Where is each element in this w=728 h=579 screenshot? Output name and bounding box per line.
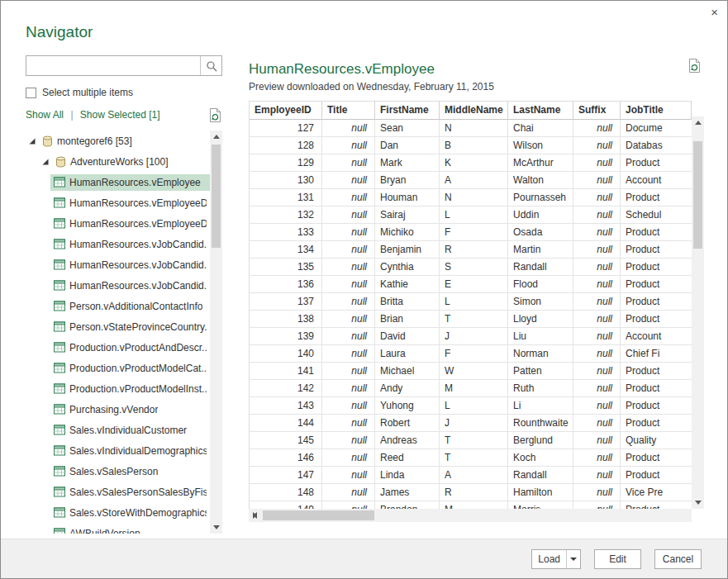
tree-item[interactable]: Sales.vStoreWithDemographics — [26, 502, 210, 523]
tree-item-label: montegoref6 [53] — [57, 135, 132, 147]
select-multiple-checkbox[interactable] — [26, 88, 36, 98]
table-cell: 142 — [250, 380, 322, 397]
table-cell: 128 — [250, 137, 322, 154]
table-cell: Andreas — [375, 432, 440, 449]
table-cell: null — [573, 293, 621, 311]
scroll-up-button[interactable] — [210, 131, 222, 143]
table-cell: 135 — [250, 259, 322, 276]
scroll-thumb[interactable] — [693, 141, 702, 249]
column-header: LastName — [508, 102, 573, 120]
table-cell: null — [322, 363, 375, 380]
scroll-thumb[interactable] — [212, 145, 221, 248]
table-header-row: EmployeeIDTitleFirstNameMiddleNameLastNa… — [250, 102, 692, 120]
tree-item[interactable]: HumanResources.vEmployeeD... — [26, 192, 210, 213]
table-cell: Docume — [621, 120, 692, 137]
tree-item[interactable]: Person.vStateProvinceCountry... — [26, 316, 210, 337]
table-row: 131nullHoumanNPournassehnullProduct — [250, 189, 692, 206]
preview-horizontal-scrollbar[interactable] — [249, 509, 692, 522]
tree-item-label: Production.vProductModelInst... — [69, 383, 207, 395]
table-cell: Product — [621, 276, 692, 293]
table-cell: M — [440, 380, 508, 397]
table-cell: null — [322, 206, 375, 224]
filter-links: Show All | Show Selected [1] — [26, 109, 222, 122]
table-cell: 129 — [250, 154, 322, 172]
table-cell: 130 — [250, 172, 322, 189]
show-selected-link[interactable]: Show Selected [1] — [80, 109, 160, 121]
table-cell: F — [440, 345, 508, 363]
cancel-button[interactable]: Cancel — [654, 549, 702, 569]
tree-item[interactable]: Production.vProductModelCat... — [26, 358, 210, 378]
select-multiple-label: Select multiple items — [42, 87, 133, 98]
table-cell: Cynthia — [375, 259, 440, 276]
tree-item[interactable]: HumanResources.vEmployeeD... — [26, 213, 210, 234]
column-header: FirstName — [375, 102, 440, 120]
expand-arrow-icon[interactable] — [29, 138, 39, 145]
table-cell: R — [440, 484, 508, 501]
tree-item[interactable]: Purchasing.vVendor — [26, 399, 210, 420]
table-cell: Britta — [375, 293, 440, 311]
tree-item[interactable]: AdventureWorks [100] — [26, 151, 210, 172]
database-icon — [55, 156, 66, 168]
view-icon — [54, 445, 65, 456]
table-cell: Walton — [508, 172, 573, 189]
tree-item[interactable]: Production.vProductModelInst... — [26, 378, 210, 399]
table-cell: null — [573, 189, 621, 206]
table-cell: Patten — [508, 363, 573, 380]
preview-vertical-scrollbar[interactable] — [692, 116, 704, 509]
arrow-up-icon — [213, 135, 220, 139]
tree-item[interactable]: Sales.vSalesPerson — [26, 461, 210, 482]
tree-item[interactable]: HumanResources.vJobCandid... — [26, 254, 210, 275]
table-cell: Account — [621, 328, 692, 345]
view-icon — [54, 301, 65, 311]
table-cell: L — [440, 397, 508, 415]
table-row: 134nullBenjaminRMartinnullProduct — [250, 241, 692, 259]
scroll-right-button[interactable] — [249, 509, 261, 522]
show-all-link[interactable]: Show All — [26, 109, 64, 121]
table-cell: 145 — [250, 432, 322, 449]
table-cell: Lloyd — [508, 311, 573, 328]
table-cell: E — [440, 276, 508, 293]
table-cell: M — [440, 501, 508, 509]
scroll-up-button[interactable] — [692, 116, 704, 129]
tree-item[interactable]: HumanResources.vEmployee — [26, 172, 210, 192]
table-cell: null — [322, 293, 375, 311]
database-icon — [42, 135, 53, 147]
search-input[interactable] — [26, 56, 196, 75]
table-cell: S — [440, 259, 508, 276]
table-cell: 143 — [250, 397, 322, 415]
table-row: 136nullKathieEFloodnullProduct — [250, 276, 692, 293]
table-cell: Product — [621, 311, 692, 328]
tree-item[interactable]: Sales.vIndividualCustomer — [26, 420, 210, 440]
search-icon[interactable] — [200, 56, 221, 75]
tree-item[interactable]: Production.vProductAndDescr... — [26, 337, 210, 358]
table-row: 142nullAndyMRuthnullProduct — [250, 380, 692, 397]
tree-item[interactable]: HumanResources.vJobCandid... — [26, 234, 210, 254]
tree-item[interactable]: AWBuildVersion — [26, 523, 210, 534]
tree-item[interactable]: Person.vAdditionalContactInfo — [26, 296, 210, 316]
edit-button[interactable]: Edit — [594, 549, 641, 569]
table-cell: A — [440, 172, 508, 189]
scroll-down-button[interactable] — [210, 521, 222, 534]
table-row: 129nullMarkKMcArthurnullProduct — [250, 154, 692, 172]
preview-refresh-icon[interactable] — [688, 59, 701, 76]
table-cell: null — [322, 415, 375, 432]
tree-item[interactable]: montegoref6 [53] — [26, 131, 210, 151]
expand-arrow-icon[interactable] — [42, 159, 52, 165]
chevron-down-icon — [570, 558, 577, 561]
tree-item[interactable]: Sales.vSalesPersonSalesByFisc... — [26, 482, 210, 502]
scroll-down-button[interactable] — [692, 496, 704, 509]
scroll-thumb[interactable] — [263, 510, 374, 520]
load-dropdown-button[interactable] — [567, 558, 580, 561]
preview-subtitle: Preview downloaded on Wednesday, Februar… — [249, 81, 494, 93]
load-button[interactable]: Load — [531, 549, 581, 569]
tree-item[interactable]: Sales.vIndividualDemographics — [26, 440, 210, 461]
table-cell: Account — [621, 172, 692, 189]
table-cell: 139 — [250, 328, 322, 345]
tree-scrollbar[interactable] — [210, 131, 222, 534]
tree-item[interactable]: HumanResources.vJobCandid... — [26, 275, 210, 296]
table-row: 149nullBrandonMMorrisnullProduct — [250, 501, 692, 509]
refresh-icon[interactable] — [209, 108, 221, 125]
close-icon[interactable]: × — [711, 6, 718, 18]
table-cell: null — [573, 154, 621, 172]
table-cell: Robert — [375, 415, 440, 432]
